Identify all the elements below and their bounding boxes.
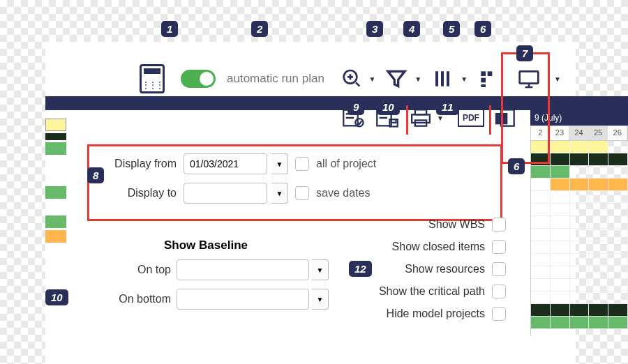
hide-model-label: Hide model projects — [387, 308, 485, 320]
date-from-input[interactable]: 01/03/2021 — [184, 153, 267, 174]
save-dates-checkbox[interactable] — [295, 186, 309, 200]
month-header: 9 (July) — [530, 110, 628, 126]
badge-11: 11 — [436, 99, 459, 115]
svg-rect-3 — [481, 84, 486, 87]
dropdown-arrow-icon[interactable]: ▼ — [461, 75, 468, 83]
gantt-chart — [530, 141, 628, 336]
badge-9: 9 — [347, 99, 364, 115]
display-to-label: Display to — [100, 187, 177, 199]
show-resources-label: Show resources — [405, 263, 485, 275]
badge-7: 7 — [516, 45, 533, 61]
on-top-dropdown[interactable]: ▼ — [312, 259, 329, 280]
badge-3: 3 — [366, 21, 383, 37]
pdf-icon[interactable]: PDF — [458, 109, 484, 127]
day-cell: 2 — [531, 126, 551, 140]
dropdown-arrow-icon[interactable]: ▼ — [437, 114, 444, 122]
main-toolbar: automatic run plan ▼ ▼ ▼ ▼ — [140, 61, 565, 96]
show-critical-checkbox[interactable] — [492, 285, 506, 298]
day-cell: 25 — [589, 126, 608, 140]
badge-8: 8 — [87, 167, 104, 183]
on-top-select[interactable] — [177, 259, 309, 280]
on-bottom-select[interactable] — [177, 289, 309, 310]
all-project-label: all of project — [316, 158, 376, 170]
day-cell: 24 — [569, 126, 589, 140]
show-wbs-checkbox[interactable] — [492, 218, 506, 232]
svg-point-7 — [355, 119, 363, 126]
show-resources-checkbox[interactable] — [492, 262, 506, 276]
dropdown-arrow-icon[interactable]: ▼ — [368, 75, 375, 83]
badge-12: 12 — [349, 261, 372, 277]
badge-6b: 6 — [508, 158, 525, 174]
show-closed-label: Show closed items — [392, 241, 485, 253]
columns-icon[interactable] — [431, 68, 454, 90]
save-dates-label: save dates — [316, 187, 370, 199]
dropdown-arrow-icon[interactable]: ▼ — [414, 75, 421, 83]
auto-run-label: automatic run plan — [227, 72, 324, 86]
add-icon[interactable] — [339, 68, 361, 90]
powerpoint-icon[interactable]: P — [494, 108, 518, 128]
show-wbs-label: Show WBS — [428, 218, 485, 231]
badge-4: 4 — [403, 21, 420, 37]
display-from-label: Display from — [100, 158, 177, 170]
day-row: 2 23 24 25 26 — [530, 126, 628, 141]
day-cell: 23 — [551, 126, 570, 140]
date-to-dropdown[interactable]: ▼ — [271, 183, 288, 204]
baseline-title: Show Baseline — [108, 238, 304, 252]
svg-rect-4 — [488, 71, 493, 76]
all-project-checkbox[interactable] — [295, 157, 309, 171]
on-top-label: On top — [108, 264, 171, 276]
badge-1: 1 — [161, 21, 178, 37]
date-range-box: Display from 01/03/2021 ▼ all of project… — [87, 144, 502, 221]
calculator-icon[interactable] — [140, 64, 165, 93]
on-bottom-dropdown[interactable]: ▼ — [312, 289, 329, 310]
date-from-dropdown[interactable]: ▼ — [271, 153, 288, 174]
badge-10: 10 — [377, 99, 400, 115]
dropdown-arrow-icon[interactable]: ▼ — [554, 75, 561, 83]
export-toolbar: ▼ PDF P — [342, 108, 518, 128]
monitor-icon[interactable] — [518, 68, 540, 90]
view-icon[interactable] — [477, 68, 500, 90]
print-icon[interactable] — [409, 108, 433, 128]
auto-run-toggle[interactable] — [181, 70, 216, 88]
show-closed-checkbox[interactable] — [492, 240, 506, 254]
display-settings-panel: Display from 01/03/2021 ▼ all of project… — [73, 134, 516, 357]
svg-text:P: P — [498, 114, 503, 123]
on-bottom-label: On bottom — [108, 293, 171, 305]
show-critical-label: Show the critical path — [379, 285, 485, 298]
badge-10b: 10 — [45, 289, 68, 305]
svg-rect-1 — [481, 71, 486, 76]
svg-rect-5 — [520, 71, 539, 83]
day-cell: 26 — [608, 126, 627, 140]
badge-2: 2 — [251, 21, 268, 37]
filter-icon[interactable] — [385, 68, 408, 90]
hide-model-checkbox[interactable] — [492, 307, 506, 321]
date-to-input[interactable] — [184, 183, 267, 204]
badge-5: 5 — [443, 21, 460, 37]
svg-rect-2 — [481, 78, 486, 83]
timeline-header — [45, 96, 628, 110]
badge-6: 6 — [474, 21, 491, 37]
